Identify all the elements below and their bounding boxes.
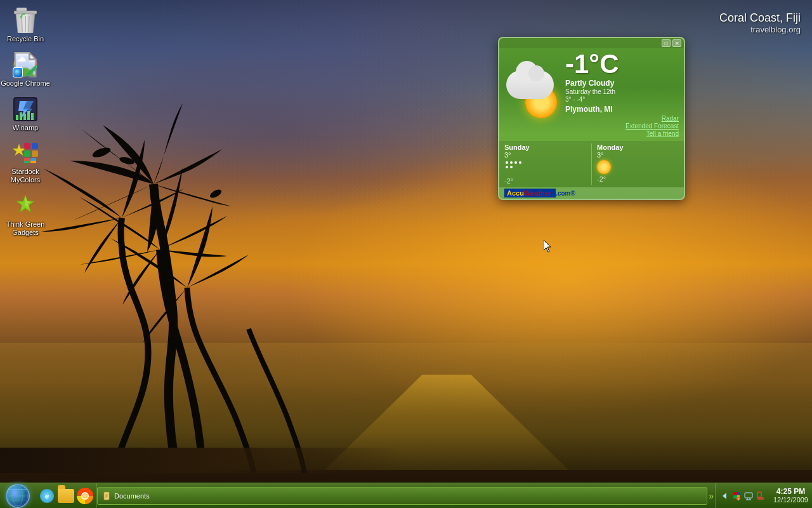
cloud-icon [506,70,554,99]
winamp-image [13,97,38,122]
recycle-bin-icon[interactable]: Recycle Bin [3,5,48,46]
svg-rect-17 [20,112,22,120]
chrome-image [13,52,38,77]
svg-line-5 [22,16,22,32]
widget-location: Plymouth, MI [565,105,679,114]
tray-display-icon[interactable] [743,491,754,501]
chrome-label: Google Chrome [1,79,50,88]
tray-flag-icon[interactable]: ! [731,491,742,501]
monday-icon [597,160,611,174]
mediaplayer-quicklaunch-button[interactable] [76,487,94,505]
recycle-bin-label: Recycle Bin [7,35,44,43]
widget-close-button[interactable]: ✕ [672,39,681,47]
folder-quicklaunch-button[interactable] [57,487,75,505]
taskbar-tasks: Documents [97,487,707,505]
widget-weather-icon [504,51,561,137]
accuweather-logo: AccuWeather .com® [504,189,575,197]
tray-back-icon[interactable] [719,491,730,501]
location-site: travelblog.org [719,25,801,34]
think-green-gadgets-icon[interactable]: Think Green Gadgets [3,190,48,239]
forecast-link[interactable]: Extended Forecast [625,123,679,130]
desktop: Coral Coast, Fiji travelblog.org [0,0,812,508]
location-overlay: Coral Coast, Fiji travelblog.org [719,11,801,34]
forecast-row: Sunday 3° -2° [499,141,684,187]
clock-date: 12/12/2009 [773,496,808,504]
date-display: Saturday the 12th [565,88,679,95]
svg-rect-52 [757,492,761,497]
desktop-icons-container: Recycle Bin [0,0,51,239]
sunday-label: Sunday [504,144,530,151]
widget-weather-info: -1°C Partly Cloudy Saturday the 12th 3° … [561,51,679,137]
svg-rect-24 [24,150,30,157]
think-green-label: Think Green Gadgets [6,220,45,237]
ie-icon: e [40,489,54,503]
widget-titlebar: □ ✕ [499,38,684,48]
google-chrome-icon[interactable]: Google Chrome [3,50,48,90]
stardock-label: Stardock MyColors [11,168,40,184]
weather-widget: □ ✕ -1°C Partly Cloudy Saturday the 12th… [498,37,685,200]
winamp-label: Winamp [13,124,38,132]
partly-cloudy-icon [506,67,560,121]
svg-rect-43 [737,492,740,495]
svg-rect-48 [745,493,752,498]
documents-task-button[interactable]: Documents [97,487,707,505]
taskbar-chevron[interactable]: » [707,491,715,501]
forecast-divider [591,144,592,185]
temp-range-display: 3° - -4° [565,96,679,103]
temperature-display: -1°C [565,51,679,77]
system-tray: ! [715,483,769,508]
taskbar: e Documents [0,483,812,508]
winamp-icon[interactable]: Winamp [3,94,48,135]
stardock-icon[interactable]: Stardock MyColors [3,139,48,187]
ground [0,448,406,473]
widget-links: Radar Extended Forecast Tell a friend [565,115,679,137]
forecast-sunday: Sunday 3° -2° [504,144,586,185]
svg-rect-23 [32,143,38,149]
svg-rect-25 [32,150,38,157]
monday-low: -2° [597,175,606,183]
sunday-icon [504,160,523,176]
svg-rect-19 [27,111,30,120]
quick-launch-bar: e [36,483,97,508]
monday-high: 3° [597,151,604,159]
svg-rect-16 [16,115,18,120]
recycle-bin-image [13,8,38,33]
start-globe-icon[interactable] [6,484,30,508]
palm-trees [0,92,412,473]
svg-line-7 [29,16,29,32]
forecast-monday: Monday 3° -2° [597,144,679,185]
stardock-image [11,142,39,166]
clock-time: 4:25 PM [776,487,805,496]
monday-label: Monday [597,144,624,151]
svg-rect-18 [23,114,26,120]
svg-rect-29 [30,161,36,163]
widget-restore-button[interactable]: □ [662,39,671,47]
clock[interactable]: 4:25 PM 12/12/2009 [769,487,812,505]
svg-rect-20 [31,113,34,120]
ie-quicklaunch-button[interactable]: e [38,487,56,505]
widget-main-content: -1°C Partly Cloudy Saturday the 12th 3° … [499,48,684,141]
think-green-image [13,193,38,218]
condition-display: Partly Cloudy [565,79,679,88]
location-name: Coral Coast, Fiji [719,11,801,25]
start-button[interactable] [0,483,36,508]
svg-point-0 [91,145,112,159]
svg-rect-28 [24,161,30,163]
svg-point-2 [209,188,223,200]
sunday-high: 3° [504,151,511,159]
mediaplayer-inner [81,492,89,500]
svg-marker-21 [13,144,25,156]
tell-friend-link[interactable]: Tell a friend [646,130,679,137]
widget-bottom-bar: AccuWeather .com® [499,187,684,199]
svg-marker-41 [723,493,726,499]
folder-icon [58,489,74,503]
svg-rect-22 [24,143,30,149]
tray-security-icon[interactable] [756,491,766,501]
documents-task-label: Documents [114,492,150,500]
mediaplayer-icon [77,488,93,504]
svg-rect-42 [733,492,737,495]
radar-link[interactable]: Radar [662,115,679,122]
sunday-low: -2° [504,177,513,185]
